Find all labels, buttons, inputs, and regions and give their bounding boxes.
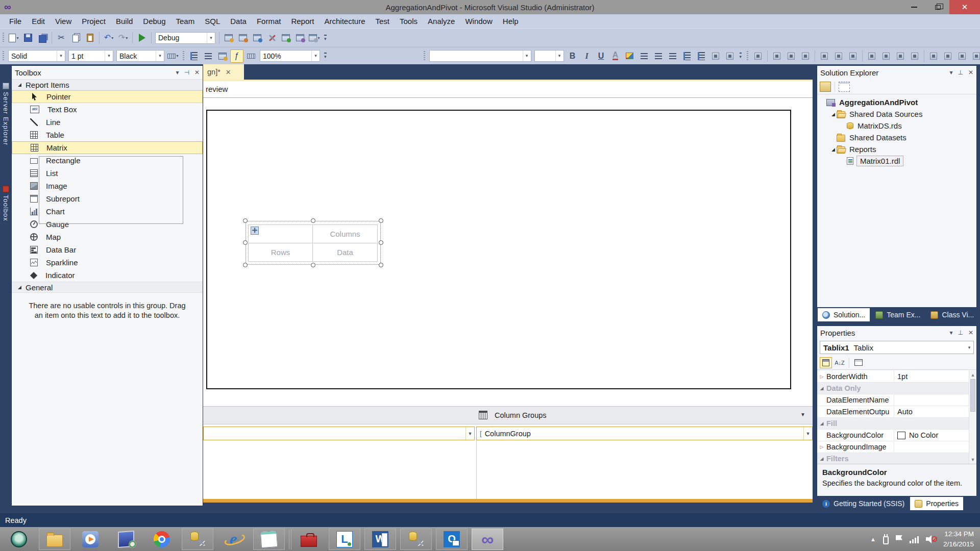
border-color-combo-arrow[interactable]: ▾ <box>156 51 164 61</box>
media-player-icon[interactable] <box>75 529 106 550</box>
restore-button[interactable] <box>926 0 949 14</box>
properties-menu-icon[interactable]: ▾ <box>949 329 952 336</box>
debug-target-combo[interactable]: Debug▾ <box>155 32 215 44</box>
matrix-data-cell[interactable]: Data <box>312 243 378 262</box>
tree-item-aggregationandpivot[interactable]: AggregationAndPivot <box>817 96 976 108</box>
menu-window[interactable]: Window <box>460 15 497 28</box>
preview-tab[interactable]: review <box>206 85 228 93</box>
toolbox-item-rectangle[interactable]: Rectangle <box>12 154 203 167</box>
toolbox-group-general[interactable]: General <box>12 282 203 293</box>
same-size-icon[interactable] <box>894 49 907 63</box>
data-compare-icon[interactable] <box>222 31 235 44</box>
property-row-backgroundimage[interactable]: ▷BackgroundImage <box>817 441 969 453</box>
increase-horizontal-spacing-icon[interactable] <box>941 49 954 63</box>
file-explorer-icon[interactable] <box>39 529 70 550</box>
bullet-list-icon[interactable] <box>695 49 708 63</box>
solution-explorer-header[interactable]: Solution Explorer ▾ ⊥ ✕ <box>817 66 976 79</box>
row-group-item[interactable]: ▼ <box>203 427 475 440</box>
toolbar-grip[interactable] <box>183 51 184 61</box>
align-middles-icon[interactable] <box>832 49 845 63</box>
data-tools-icon[interactable] <box>400 529 432 550</box>
taskbar-clock[interactable]: 12:34 PM 2/16/2015 <box>943 529 974 549</box>
object-selector-dropdown-icon[interactable]: ▾ <box>965 345 973 350</box>
toolbar-grip[interactable] <box>747 51 748 61</box>
toolbox-item-text-box[interactable]: ablText Box <box>12 103 203 116</box>
move-handle-icon[interactable]: ✛ <box>251 227 259 235</box>
schema-compare-icon[interactable] <box>236 31 250 44</box>
resize-handle[interactable] <box>379 263 383 267</box>
column-group-dropdown-icon[interactable]: ▼ <box>803 427 812 440</box>
same-width-icon[interactable] <box>865 49 878 63</box>
menu-test[interactable]: Test <box>371 15 395 28</box>
menu-team[interactable]: Team <box>171 15 200 28</box>
power-icon[interactable] <box>883 536 889 544</box>
border-picker-icon[interactable]: ▾ <box>166 49 180 63</box>
toolbox-menu-icon[interactable]: ▾ <box>176 69 179 76</box>
menu-architecture[interactable]: Architecture <box>319 15 370 28</box>
data-profile-icon[interactable] <box>251 31 264 44</box>
paste-icon[interactable] <box>83 31 96 44</box>
snap-lines-icon[interactable] <box>216 49 229 63</box>
menu-help[interactable]: Help <box>498 15 524 28</box>
tab-team-ex-[interactable]: Team Ex... <box>871 308 925 321</box>
customize-tools-icon[interactable] <box>265 31 278 44</box>
tree-item-shared-datasets[interactable]: Shared Datasets <box>817 132 976 143</box>
cut-icon[interactable]: ✂ <box>55 31 68 44</box>
redo-icon[interactable]: ↷▾ <box>116 31 130 44</box>
toolbox-app-icon[interactable] <box>293 529 325 550</box>
toolbox-item-image[interactable]: Image <box>12 180 203 192</box>
remote-desktop-icon[interactable] <box>110 529 142 550</box>
copy-icon[interactable] <box>69 31 82 44</box>
action-center-flag-icon[interactable] <box>896 535 902 540</box>
menu-sql[interactable]: SQL <box>200 15 225 28</box>
pane-splitter-highlight[interactable] <box>203 499 813 503</box>
export-icon[interactable] <box>293 31 307 44</box>
menu-format[interactable]: Format <box>252 15 286 28</box>
property-category-data-only[interactable]: ◢Data Only <box>817 383 969 394</box>
tab-getting-started-ssis-[interactable]: iGetting Started (SSIS) <box>818 497 909 510</box>
save-icon[interactable] <box>21 31 35 44</box>
property-row-backgroundcolor[interactable]: BackgroundColorNo Color <box>817 430 969 441</box>
expression-icon[interactable]: ƒ <box>230 49 243 63</box>
tablix-matrix[interactable]: ✛ Columns Rows Data <box>249 224 378 261</box>
toolbox-header[interactable]: Toolbox ▾ ⊣ ✕ <box>12 66 203 79</box>
properties-close-icon[interactable]: ✕ <box>968 329 973 336</box>
toolbox-item-sparkline[interactable]: Sparkline <box>12 256 203 269</box>
size-to-grid-icon[interactable] <box>908 49 921 63</box>
toolbox-item-indicator[interactable]: Indicator <box>12 269 203 282</box>
window-layout-icon[interactable]: ▾ <box>308 31 321 44</box>
toolbox-item-line[interactable]: Line <box>12 116 203 129</box>
scroll-up-icon[interactable]: ▲ <box>969 372 976 378</box>
column-group-item[interactable]: [ ColumnGroup ▼ <box>476 427 813 440</box>
minimize-button[interactable] <box>902 0 926 14</box>
toolbox-item-table[interactable]: Table <box>12 129 203 141</box>
decrease-horizontal-spacing-icon[interactable] <box>955 49 969 63</box>
menu-file[interactable]: File <box>4 15 27 28</box>
toolbox-item-gauge[interactable]: Gauge <box>12 218 203 231</box>
resize-handle[interactable] <box>379 240 383 245</box>
align-right-icon[interactable] <box>666 49 679 63</box>
row-group-dropdown-icon[interactable]: ▼ <box>465 427 474 440</box>
toolbar-grip[interactable] <box>424 51 425 61</box>
menu-analyze[interactable]: Analyze <box>423 15 460 28</box>
menu-edit[interactable]: Edit <box>27 15 50 28</box>
resize-handle[interactable] <box>243 218 248 223</box>
resize-handle[interactable] <box>379 218 383 223</box>
visual-studio-icon[interactable]: ∞ <box>472 529 503 550</box>
resize-handle[interactable] <box>311 263 315 267</box>
font-color-icon[interactable]: A <box>609 49 622 63</box>
import-icon[interactable] <box>279 31 292 44</box>
property-category-fill[interactable]: ◢Fill <box>817 418 969 430</box>
start-debug-icon[interactable] <box>135 31 149 44</box>
zoom-combo-arrow[interactable]: ▾ <box>311 51 320 61</box>
toolbox-item-map[interactable]: Map <box>12 231 203 243</box>
toolbar-grip[interactable] <box>3 33 4 43</box>
object-selector-combo[interactable]: Tablix1 Tablix ▾ <box>820 341 974 354</box>
same-height-icon[interactable] <box>879 49 893 63</box>
numbered-list-icon[interactable] <box>680 49 694 63</box>
toolbox-item-data-bar[interactable]: Data Bar <box>12 243 203 256</box>
highlight-icon[interactable] <box>623 49 636 63</box>
menu-view[interactable]: View <box>50 15 77 28</box>
toggle-gridlines-icon[interactable] <box>187 49 201 63</box>
alphabetical-sort-icon[interactable]: A↓Z <box>834 357 846 368</box>
